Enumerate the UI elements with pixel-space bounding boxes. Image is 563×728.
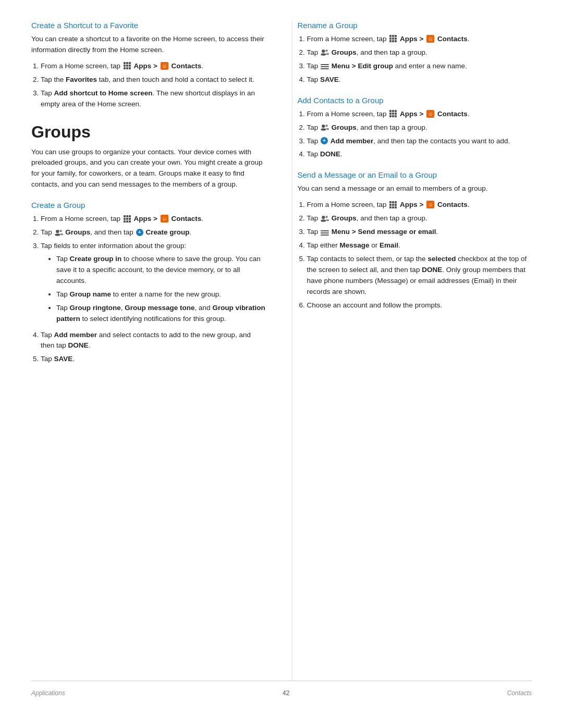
svg-rect-0 [124,62,126,64]
svg-rect-54 [389,204,391,206]
svg-rect-36 [321,66,329,67]
svg-rect-6 [124,67,126,69]
favorites-label: Favorites [66,76,97,83]
apps-icon-rn1 [389,34,397,43]
svg-rect-59 [395,206,397,208]
svg-rect-57 [389,206,391,208]
add-shortcut-label: Add shortcut to Home screen [54,89,153,97]
groups-intro: You can use groups to organize your cont… [31,147,266,191]
svg-rect-42 [392,113,394,115]
svg-point-21 [60,233,63,235]
create-group-step-2: Tap Groups, and then tap + Create group. [41,227,266,238]
create-group-steps: From a Home screen, tap [41,214,266,365]
send-message-step-1: From a Home screen, tap [307,200,532,211]
svg-rect-8 [129,67,131,69]
groups-icon-sm2 [321,215,329,222]
svg-rect-66 [321,235,329,236]
svg-rect-55 [392,204,394,206]
add-icon-ac3: + [321,137,328,144]
groups-icon-cg2 [55,229,63,236]
send-message-step-6: Choose an account and follow the prompts… [307,300,532,311]
content-columns: Create a Shortcut to a Favorite You can … [31,21,532,681]
svg-rect-56 [395,204,397,206]
rename-steps: From a Home screen, tap [307,34,532,85]
svg-rect-26 [392,38,394,40]
svg-point-32 [321,54,326,56]
svg-point-19 [55,233,60,236]
send-message-title: Send a Message or an Email to a Group [298,170,532,179]
send-message-step-3: Tap Menu > Send message or email. [307,227,532,238]
svg-point-48 [321,128,326,130]
add-contacts-step-2: Tap Groups, and then tap a group. [307,122,532,133]
create-group-subitems: Tap Create group in to choose where to s… [56,254,266,325]
subitem-group-name: Tap Group name to enter a name for the n… [56,289,266,300]
create-group-section: Create a Group From a Home screen, tap [31,201,266,365]
svg-point-34 [326,53,329,55]
svg-rect-39 [392,110,394,112]
svg-point-20 [59,230,62,232]
shortcut-title: Create a Shortcut to a Favorite [31,21,266,30]
shortcut-step-1: From a Home screen, tap [41,61,266,72]
svg-rect-38 [389,110,391,112]
svg-rect-10 [126,215,128,217]
shortcut-intro: You can create a shortcut to a favorite … [31,34,266,56]
svg-rect-12 [124,218,126,220]
add-contacts-title: Add Contacts to a Group [298,96,532,105]
contacts-label: Contacts [172,62,202,70]
shortcut-steps: From a Home screen, tap [41,61,266,110]
svg-rect-52 [392,201,394,203]
svg-rect-1 [126,62,128,64]
svg-rect-5 [129,65,131,67]
svg-rect-30 [395,40,397,42]
svg-rect-58 [392,206,394,208]
create-group-step-4: Tap Add member and select contacts to ad… [41,330,266,352]
add-contacts-step-3: Tap + Add member, and then tap the conta… [307,136,532,147]
shortcut-step-3: Tap Add shortcut to Home screen. The new… [41,88,266,110]
page: Create a Shortcut to a Favorite You can … [0,0,563,728]
groups-icon-rn2 [321,48,329,56]
apps-icon-sm1 [389,201,397,209]
left-column: Create a Shortcut to a Favorite You can … [31,21,271,681]
create-group-step-5: Tap SAVE. [41,354,266,365]
menu-icon-rn3 [321,63,329,69]
svg-rect-25 [389,38,391,40]
svg-point-49 [325,125,327,127]
svg-point-31 [322,50,325,53]
contacts-icon-sm1: ☺ [426,201,434,208]
contacts-icon: ☺ [161,62,168,70]
subitem-create-group-in: Tap Create group in to choose where to s… [56,254,266,287]
svg-point-50 [326,128,329,130]
rename-step-2: Tap Groups, and then tap a group. [307,47,532,58]
groups-main-section: Groups You can use groups to organize yo… [31,122,266,191]
svg-rect-16 [126,220,128,223]
svg-rect-27 [395,38,397,40]
svg-rect-45 [392,115,394,117]
svg-rect-46 [395,115,397,117]
contacts-icon-ac1: ☺ [426,110,434,118]
svg-rect-28 [389,40,391,42]
svg-point-33 [325,50,327,52]
apps-icon-cg1 [123,215,131,223]
add-contacts-section: Add Contacts to a Group From a Home scre… [298,96,532,161]
svg-rect-51 [389,201,391,203]
menu-icon-sm3 [321,229,329,235]
svg-rect-53 [395,201,397,203]
create-group-label: Create group [145,228,189,236]
svg-rect-9 [124,215,126,217]
add-icon-cg2: + [136,229,143,236]
rename-step-3: Tap Menu > Edit group and enter a new na… [307,61,532,72]
svg-point-60 [322,216,325,219]
svg-rect-15 [124,220,126,223]
svg-rect-2 [129,62,131,64]
svg-rect-65 [321,232,329,233]
apps-label-cg1: Apps > [134,215,157,223]
svg-point-47 [322,125,325,128]
rename-section: Rename a Group From a Home screen, tap [298,21,532,85]
contacts-icon-cg1: ☺ [161,215,168,223]
groups-label-cg2: Groups [65,228,90,236]
footer-right: Contacts [507,689,532,697]
rename-step-1: From a Home screen, tap [307,34,532,45]
svg-rect-43 [395,113,397,115]
svg-rect-3 [124,65,126,67]
page-footer: Applications 42 Contacts [31,681,532,697]
